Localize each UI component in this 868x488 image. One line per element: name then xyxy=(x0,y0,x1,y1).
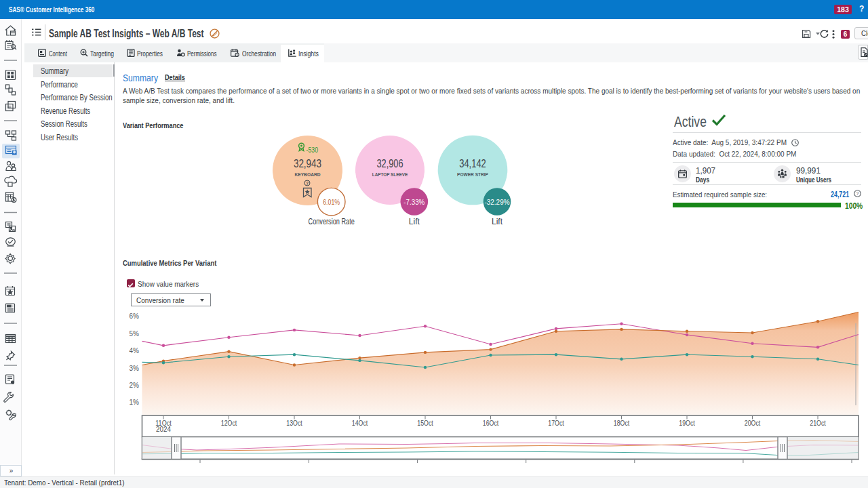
svg-text:20Oct: 20Oct xyxy=(745,420,761,427)
svg-text:-530: -530 xyxy=(307,146,319,154)
svg-text:13Oct: 13Oct xyxy=(286,420,302,427)
svg-text:32,943: 32,943 xyxy=(294,157,321,169)
svg-text:Lift: Lift xyxy=(409,217,420,226)
svg-text:3%: 3% xyxy=(130,365,140,372)
svg-text:19Oct: 19Oct xyxy=(679,420,695,427)
svg-text:6.01%: 6.01% xyxy=(323,198,340,206)
svg-text:Lift: Lift xyxy=(492,217,503,226)
svg-text:16Oct: 16Oct xyxy=(483,420,499,427)
svg-text:-7.33%: -7.33% xyxy=(403,198,425,206)
svg-text:2024: 2024 xyxy=(156,426,171,433)
svg-text:4%: 4% xyxy=(130,347,140,354)
svg-text:21Oct: 21Oct xyxy=(810,420,826,427)
svg-text:12Oct: 12Oct xyxy=(221,420,237,427)
svg-text:34,142: 34,142 xyxy=(459,157,486,169)
svg-text:2%: 2% xyxy=(130,382,140,389)
svg-text:5%: 5% xyxy=(130,330,140,338)
svg-text:Conversion Rate: Conversion Rate xyxy=(309,217,355,226)
svg-text:32,906: 32,906 xyxy=(376,157,403,169)
svg-text:POWER STRIP: POWER STRIP xyxy=(457,171,488,178)
svg-text:1%: 1% xyxy=(130,399,140,406)
svg-text:KEYBOARD: KEYBOARD xyxy=(294,171,320,178)
svg-text:15Oct: 15Oct xyxy=(417,420,433,427)
svg-text:18Oct: 18Oct xyxy=(614,420,630,427)
svg-text:-32.29%: -32.29% xyxy=(485,198,510,206)
svg-text:14Oct: 14Oct xyxy=(352,420,368,427)
svg-text:?: ? xyxy=(856,191,859,196)
svg-text:17Oct: 17Oct xyxy=(548,420,564,427)
svg-text:?: ? xyxy=(306,181,309,186)
svg-text:6%: 6% xyxy=(130,312,140,320)
svg-text:LAPTOP SLEEVE: LAPTOP SLEEVE xyxy=(372,171,408,178)
